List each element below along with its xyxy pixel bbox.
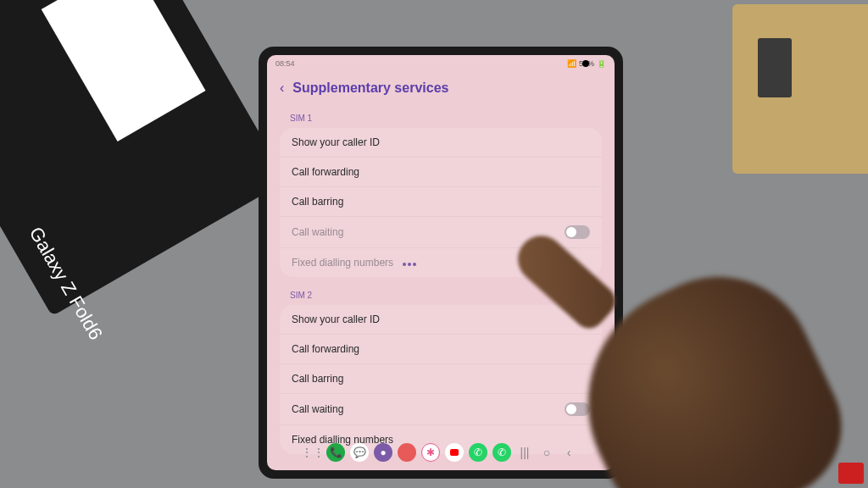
home-button[interactable]: ○: [538, 446, 555, 459]
apps-grid-icon[interactable]: ⋮⋮: [304, 446, 321, 459]
sim2-call-waiting[interactable]: Call waiting: [280, 394, 602, 425]
app-icon-pink[interactable]: ✱: [421, 443, 440, 462]
product-box: Galaxy Z Fold6: [0, 0, 287, 316]
setting-label: Call forwarding: [292, 166, 359, 178]
page-title: Supplementary services: [292, 80, 448, 96]
whatsapp-business-app-icon[interactable]: ✆: [492, 443, 511, 462]
browser-app-icon[interactable]: ●: [374, 443, 392, 462]
status-bar: 08:54 📶 57% 🔋: [267, 55, 615, 72]
sim2-card: Show your caller ID Call forwarding Call…: [280, 305, 602, 454]
sim2-caller-id[interactable]: Show your caller ID: [280, 305, 602, 335]
sim2-call-waiting-toggle[interactable]: [565, 402, 590, 416]
setting-label: Show your caller ID: [292, 313, 380, 325]
camera-hole: [582, 60, 589, 67]
sim1-section-header: SIM 1: [280, 108, 602, 128]
app-dock: ⋮⋮ 📞 💬 ● ✱ ✆ ✆ ||| ○ ‹: [267, 440, 615, 465]
product-name-text: Galaxy Z Fold6: [25, 224, 107, 344]
sim1-call-barring[interactable]: Call barring: [280, 187, 602, 217]
back-button[interactable]: ‹: [280, 80, 284, 96]
app-icon-red[interactable]: [398, 443, 416, 462]
phone-app-icon[interactable]: 📞: [326, 443, 345, 462]
setting-label: Call barring: [292, 373, 343, 385]
sim1-caller-id[interactable]: Show your caller ID: [280, 128, 602, 158]
youtube-app-icon[interactable]: [445, 443, 464, 462]
messages-app-icon[interactable]: 💬: [350, 443, 369, 462]
sim1-call-forwarding[interactable]: Call forwarding: [280, 158, 602, 187]
setting-label: Call waiting: [292, 403, 343, 415]
hinge-hardware: [758, 38, 792, 97]
wooden-block: [732, 4, 868, 174]
setting-label: Call barring: [292, 196, 343, 208]
sim2-call-forwarding[interactable]: Call forwarding: [280, 335, 602, 364]
back-nav-button[interactable]: ‹: [560, 446, 577, 459]
loading-spinner-icon: [403, 263, 416, 266]
page-header: ‹ Supplementary services: [267, 72, 615, 108]
wifi-icon: 📶: [567, 59, 576, 68]
setting-label: Show your caller ID: [292, 136, 380, 148]
channel-logo: [838, 463, 864, 484]
barcode-area: [42, 0, 206, 141]
sim2-call-barring[interactable]: Call barring: [280, 364, 602, 394]
whatsapp-app-icon[interactable]: ✆: [469, 443, 487, 462]
sim1-call-waiting-toggle[interactable]: [565, 225, 590, 239]
recent-apps-button[interactable]: |||: [516, 446, 533, 459]
setting-label: Call waiting: [292, 226, 343, 238]
setting-label: Fixed dialling numbers: [292, 257, 416, 269]
setting-label: Call forwarding: [292, 343, 359, 355]
status-time: 08:54: [275, 59, 295, 68]
battery-icon: 🔋: [597, 59, 606, 68]
